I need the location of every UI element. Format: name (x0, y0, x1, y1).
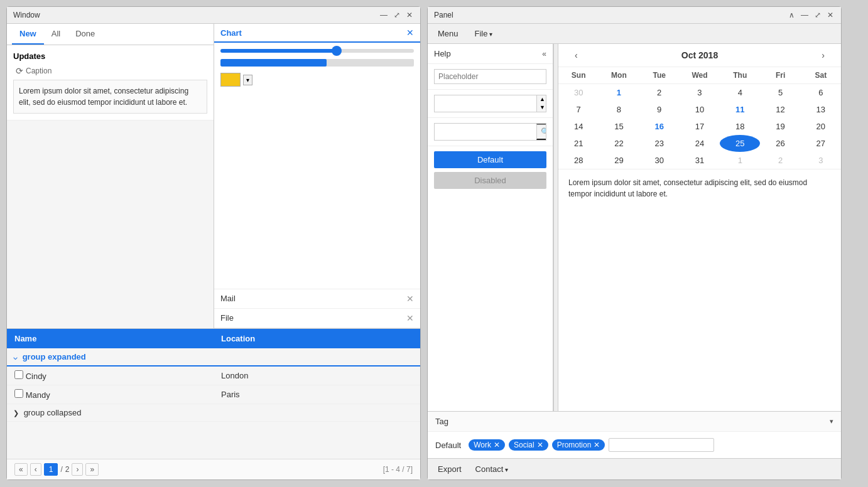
time-down-button[interactable]: ▼ (537, 104, 546, 112)
cal-day-1-6[interactable]: 13 (801, 101, 841, 118)
slider-fill (220, 49, 337, 53)
tab-new[interactable]: New (12, 24, 44, 45)
right-panel: Panel ∧ — ⤢ ✕ Menu File Help « 10:06:35 … (427, 6, 842, 480)
cal-day-2-4[interactable]: 18 (720, 118, 760, 135)
tab-all[interactable]: All (44, 24, 68, 45)
cal-day-4-5[interactable]: 2 (760, 152, 800, 169)
left-section: New All Done Updates ⟳ Caption Lorem ips… (7, 24, 214, 328)
footer-contact[interactable]: Contact (472, 463, 513, 476)
sidebar-buttons: Default Disabled (428, 146, 553, 194)
tag-header[interactable]: Tag ▾ (428, 412, 841, 432)
empty-row-2 (7, 440, 420, 459)
cal-day-1-1[interactable]: 8 (599, 101, 639, 118)
list-item-file-close[interactable]: ✕ (406, 313, 414, 323)
cal-day-0-5[interactable]: 5 (760, 84, 800, 102)
cal-day-0-1[interactable]: 1 (599, 84, 639, 102)
cal-day-0-2[interactable]: 2 (639, 84, 680, 102)
calendar-body-text: Lorem ipsum dolor sit amet, consectetur … (558, 169, 841, 207)
cal-day-4-0[interactable]: 28 (558, 152, 599, 169)
cal-day-0-0[interactable]: 30 (558, 84, 599, 102)
group-collapsed-row[interactable]: ❯ group collapsed (7, 404, 420, 421)
tag-chip-social-remove[interactable]: ✕ (537, 441, 543, 449)
tab-done[interactable]: Done (68, 24, 102, 45)
calendar-prev-button[interactable]: ‹ (571, 49, 582, 62)
cal-day-4-4[interactable]: 1 (720, 152, 760, 169)
right-titlebar-controls: ∧ — ⤢ ✕ (788, 11, 835, 19)
default-button[interactable]: Default (434, 151, 546, 168)
sidebar-collapse-button[interactable]: « (542, 50, 546, 58)
cindy-checkbox[interactable] (14, 370, 23, 379)
last-page-button[interactable]: » (85, 463, 99, 476)
panel-footer: Export Contact (428, 458, 841, 479)
cal-day-3-6[interactable]: 27 (801, 135, 841, 152)
menu-item-menu[interactable]: Menu (433, 26, 464, 41)
placeholder-input[interactable] (434, 69, 546, 84)
cal-day-1-0[interactable]: 7 (558, 101, 599, 118)
close-button[interactable]: ✕ (405, 11, 414, 19)
menu-item-file[interactable]: File (470, 26, 498, 41)
next-page-button[interactable]: › (72, 463, 83, 476)
search-button[interactable]: 🔍 (536, 124, 546, 140)
row-checkbox-cindy[interactable] (14, 372, 26, 381)
slider-track (220, 49, 414, 53)
cal-day-1-4[interactable]: 11 (720, 101, 760, 118)
panel-menubar: Menu File (428, 24, 841, 44)
list-item-mail: Mail ✕ (214, 289, 420, 309)
color-swatch[interactable] (220, 73, 241, 87)
list-item-mail-label: Mail (220, 294, 236, 303)
cal-day-2-0[interactable]: 14 (558, 118, 599, 135)
color-dropdown-button[interactable]: ▾ (243, 75, 252, 85)
calendar-next-button[interactable]: › (818, 49, 828, 62)
cal-day-4-1[interactable]: 29 (599, 152, 639, 169)
chart-close-button[interactable]: ✕ (406, 28, 414, 38)
cal-day-3-4[interactable]: 25 (720, 135, 760, 152)
group-expanded-row[interactable]: ⌵ group expanded (7, 348, 420, 366)
cal-day-2-5[interactable]: 19 (760, 118, 800, 135)
left-window-title: Window (13, 11, 40, 19)
left-titlebar-controls: — ⤢ ✕ (379, 11, 414, 19)
cal-day-3-1[interactable]: 22 (599, 135, 639, 152)
left-titlebar: Window — ⤢ ✕ (7, 7, 420, 24)
panel-up-button[interactable]: ∧ (788, 11, 796, 19)
cal-day-2-2[interactable]: 16 (639, 118, 680, 135)
cal-day-3-5[interactable]: 26 (760, 135, 800, 152)
maximize-button[interactable]: ⤢ (393, 11, 401, 19)
cal-day-0-6[interactable]: 6 (801, 84, 841, 102)
list-item-mail-close[interactable]: ✕ (406, 294, 414, 304)
slider-thumb[interactable] (332, 46, 342, 56)
row-checkbox-mandy[interactable] (14, 390, 26, 400)
progress-bar-track (220, 59, 414, 67)
panel-close-button[interactable]: ✕ (826, 11, 835, 19)
panel-maximize-button[interactable]: ⤢ (813, 11, 822, 19)
tag-chip-work-remove[interactable]: ✕ (494, 441, 500, 449)
cal-day-2-1[interactable]: 15 (599, 118, 639, 135)
minimize-button[interactable]: — (379, 11, 389, 19)
mandy-checkbox[interactable] (14, 389, 23, 398)
cal-day-1-3[interactable]: 10 (680, 101, 720, 118)
tag-input[interactable] (609, 438, 714, 452)
panel-minimize-button[interactable]: — (800, 11, 810, 19)
cal-day-1-2[interactable]: 9 (639, 101, 680, 118)
cal-day-2-6[interactable]: 20 (801, 118, 841, 135)
cal-day-2-3[interactable]: 17 (680, 118, 720, 135)
cal-day-3-0[interactable]: 21 (558, 135, 599, 152)
cal-day-1-5[interactable]: 12 (760, 101, 800, 118)
cal-day-4-3[interactable]: 31 (680, 152, 720, 169)
cal-day-4-6[interactable]: 3 (801, 152, 841, 169)
time-up-button[interactable]: ▲ (537, 95, 546, 104)
footer-export[interactable]: Export (434, 463, 465, 476)
cal-header-tue: Tue (639, 67, 680, 84)
cal-day-3-3[interactable]: 24 (680, 135, 720, 152)
cal-header-thu: Thu (720, 67, 760, 84)
cal-day-0-3[interactable]: 3 (680, 84, 720, 102)
cal-day-0-4[interactable]: 4 (720, 84, 760, 102)
cal-day-3-2[interactable]: 23 (639, 135, 680, 152)
panel-resizer[interactable] (553, 44, 558, 411)
time-input[interactable]: 10:06:35 AM (435, 97, 536, 110)
prev-page-button[interactable]: ‹ (30, 463, 41, 476)
search-input[interactable] (435, 125, 536, 139)
tag-chip-promotion-remove[interactable]: ✕ (594, 441, 600, 449)
sidebar-help-header: Help « (428, 44, 553, 64)
first-page-button[interactable]: « (14, 463, 28, 476)
cal-day-4-2[interactable]: 30 (639, 152, 680, 169)
